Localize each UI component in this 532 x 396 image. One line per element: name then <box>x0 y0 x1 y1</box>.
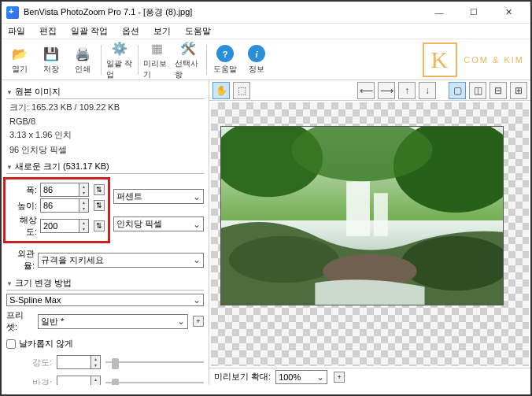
menu-edit[interactable]: 편집 <box>36 24 60 39</box>
canvas-toolbar: ✋ ⬚ ⟵ ⟶ ↑ ↓ ▢ ◫ ⊟ ⊞ <box>209 80 530 101</box>
watermark: KCOM & KIM <box>423 43 524 77</box>
menu-file[interactable]: 파일 <box>5 24 28 39</box>
svg-text:?: ? <box>223 50 228 59</box>
label-preset: 프리셋: <box>6 309 35 333</box>
menu-bar: 파일 편집 일괄 작업 옵션 보기 도움말 <box>2 24 530 39</box>
label-sharp: 날카롭지 않게 <box>19 338 73 350</box>
settings-panel: 원본 이미지 크기: 165.23 KB / 109.22 KB RGB/8 3… <box>2 80 209 385</box>
resolution-spinner[interactable]: ▴▾ <box>79 219 89 233</box>
print-button[interactable]: 🖨️인쇄 <box>68 43 98 76</box>
crop-button[interactable]: 🛠️선택사항 <box>173 37 203 82</box>
label-strength: 강도: <box>6 357 52 368</box>
radius-spinner: ▴▾ <box>91 376 101 385</box>
help-button[interactable]: ?도움말 <box>210 43 240 76</box>
separator <box>101 45 102 75</box>
watermark-text: COM & KIM <box>464 55 524 65</box>
close-button[interactable]: ✕ <box>491 2 526 24</box>
select-tool-button[interactable]: ⬚ <box>233 82 250 99</box>
canvas-checker[interactable] <box>211 102 529 366</box>
radius-slider <box>105 377 204 385</box>
status-bar: 미리보기 확대: 100% + <box>209 368 530 385</box>
info-dpi: 96 인치당 픽셀 <box>9 144 204 156</box>
info-button[interactable]: i정보 <box>242 43 272 76</box>
method-select[interactable]: S-Spline Max <box>6 294 204 306</box>
height-input[interactable] <box>40 198 79 213</box>
preview-image <box>220 126 504 305</box>
lock-height-icon[interactable]: ⇅ <box>94 200 105 211</box>
lock-resolution-icon[interactable]: ⇅ <box>94 220 105 231</box>
sharp-checkbox[interactable] <box>6 339 16 349</box>
save-icon: 💾 <box>42 44 61 63</box>
svg-rect-10 <box>374 193 388 236</box>
layout-split-v-button[interactable]: ⊟ <box>490 82 507 99</box>
resolution-input[interactable] <box>40 219 79 233</box>
section-method[interactable]: 크기 변경 방법 <box>6 276 204 291</box>
info-icon: i <box>247 44 266 63</box>
preview-icon: ▦ <box>147 39 166 57</box>
crop-icon: 🛠️ <box>179 39 198 57</box>
folder-open-icon: 📂 <box>10 44 29 63</box>
label-radius: 반경: <box>6 377 52 386</box>
radius-input <box>57 376 91 385</box>
title-bar: BenVista PhotoZoom Pro 7.1 - [풍경 (8).jpg… <box>2 2 530 24</box>
nav-right-button[interactable]: ⟶ <box>378 82 395 99</box>
strength-input <box>57 355 91 369</box>
height-spinner[interactable]: ▴▾ <box>79 198 89 213</box>
separator <box>138 45 139 75</box>
layout-split-h-button[interactable]: ◫ <box>469 82 486 99</box>
watermark-logo: K <box>423 43 457 77</box>
label-preview-zoom: 미리보기 확대: <box>214 371 271 383</box>
svg-point-11 <box>229 236 338 283</box>
section-newsize[interactable]: 새로운 크기 (531.17 KB) <box>6 160 204 174</box>
strength-slider <box>105 357 204 368</box>
zoom-lock-icon[interactable]: + <box>334 372 345 383</box>
section-original[interactable]: 원본 이미지 <box>6 85 204 99</box>
label-height: 높이: <box>9 200 37 212</box>
label-resolution: 해상도: <box>9 214 37 238</box>
aspect-select[interactable]: 규격을 지키세요 <box>38 253 204 268</box>
help-icon: ? <box>216 44 235 63</box>
gear-icon: ⚙️ <box>110 39 129 57</box>
batch-button[interactable]: ⚙️일괄 작업 <box>105 37 135 82</box>
info-color: RGB/8 <box>9 117 204 126</box>
minimize-button[interactable]: — <box>422 2 456 24</box>
main-toolbar: 📂열기 💾저장 🖨️인쇄 ⚙️일괄 작업 ▦미리보기 🛠️선택사항 ?도움말 i… <box>2 39 530 80</box>
unit-size-select[interactable]: 퍼센트 <box>113 189 204 204</box>
app-icon <box>6 6 19 19</box>
open-button[interactable]: 📂열기 <box>5 43 35 76</box>
maximize-button[interactable]: ☐ <box>456 2 491 24</box>
preview-button[interactable]: ▦미리보기 <box>142 37 172 82</box>
strength-spinner: ▴▾ <box>91 355 101 369</box>
highlight-box: 폭: ▴▾ ⇅ 높이: ▴▾ ⇅ 해상도: ▴▾ ⇅ <box>3 177 110 243</box>
label-aspect: 외관율: <box>6 248 35 272</box>
layout-grid-button[interactable]: ⊞ <box>510 82 527 99</box>
hand-tool-button[interactable]: ✋ <box>212 82 230 99</box>
width-input[interactable] <box>40 183 79 197</box>
width-spinner[interactable]: ▴▾ <box>79 183 89 197</box>
svg-rect-9 <box>346 181 370 235</box>
preset-save-icon[interactable]: + <box>193 316 204 327</box>
window-title: BenVista PhotoZoom Pro 7.1 - [풍경 (8).jpg… <box>24 6 422 18</box>
zoom-select[interactable]: 100% <box>275 370 327 384</box>
layout-single-button[interactable]: ▢ <box>449 82 466 99</box>
nav-left-button[interactable]: ⟵ <box>357 82 375 99</box>
info-filesize: 크기: 165.23 KB / 109.22 KB <box>9 102 204 113</box>
preset-select[interactable]: 일반 * <box>38 314 188 329</box>
separator <box>206 45 207 75</box>
nav-down-button[interactable]: ↓ <box>419 82 436 99</box>
save-button[interactable]: 💾저장 <box>36 43 66 76</box>
info-dimensions: 3.13 x 1.96 인치 <box>9 129 204 141</box>
lock-width-icon[interactable]: ⇅ <box>94 184 105 195</box>
label-width: 폭: <box>9 184 37 196</box>
unit-resolution-select[interactable]: 인치당 픽셀 <box>113 217 204 231</box>
print-icon: 🖨️ <box>73 44 92 63</box>
canvas-area: ✋ ⬚ ⟵ ⟶ ↑ ↓ ▢ ◫ ⊟ ⊞ <box>209 80 530 385</box>
nav-up-button[interactable]: ↑ <box>398 82 416 99</box>
